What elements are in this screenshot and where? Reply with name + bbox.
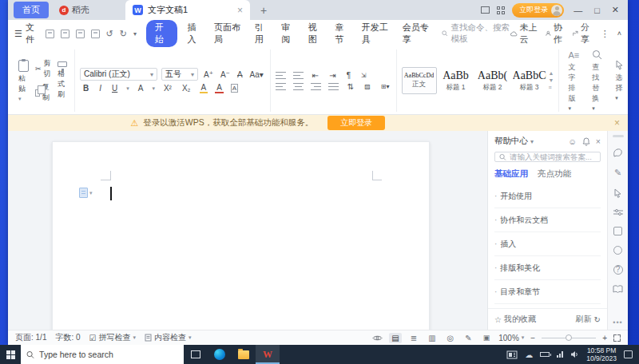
decrease-indent-icon[interactable]: ⇤ — [311, 71, 320, 80]
close-button[interactable]: ✕ — [609, 5, 621, 15]
zoom-level-button[interactable]: 100% ▾ — [498, 334, 524, 342]
notification-close-icon[interactable]: × — [614, 117, 620, 129]
edit-mode-icon[interactable]: ✎ — [462, 333, 474, 343]
menu-tab-insert[interactable]: 插入 — [181, 20, 207, 47]
italic-icon[interactable]: I — [97, 84, 103, 93]
cut-button[interactable]: ✂ 剪切 — [35, 58, 51, 79]
font-color-icon[interactable]: A — [215, 83, 224, 93]
page-view-icon[interactable]: ▤ — [389, 333, 401, 343]
align-justify-icon[interactable] — [328, 83, 339, 90]
battery-icon[interactable] — [540, 352, 550, 357]
increase-indent-icon[interactable]: ⇥ — [327, 71, 337, 80]
paragraph-layout-icon[interactable]: ¶ — [345, 71, 352, 80]
eye-protect-icon[interactable] — [372, 334, 383, 342]
text-layout-button[interactable]: A≡ 文字排版 ▾ — [566, 50, 581, 112]
menu-tab-page-layout[interactable]: 页面布局 — [208, 20, 248, 47]
print-preview-icon[interactable] — [91, 30, 100, 38]
onedrive-cloud-icon[interactable]: ☁ — [525, 350, 533, 359]
styles-scroll-down-icon[interactable]: ▼ — [549, 78, 554, 83]
menu-tab-review[interactable]: 审阅 — [275, 20, 301, 47]
text-effects-icon[interactable]: Aa▾ — [248, 70, 265, 79]
file-explorer-button[interactable] — [232, 345, 256, 364]
number-list-icon[interactable] — [293, 72, 304, 79]
strike-icon[interactable]: A — [137, 84, 145, 93]
quickbar-dropdown-icon[interactable]: ▾ — [133, 30, 137, 38]
assistant-icon[interactable] — [613, 148, 623, 157]
show-marks-icon[interactable]: ⇲ — [359, 72, 368, 79]
task-view-button[interactable] — [184, 345, 208, 364]
help-item[interactable]: ·开始使用 — [494, 184, 601, 208]
find-replace-button[interactable]: 查找替换 ▾ — [589, 49, 605, 112]
action-center-icon[interactable] — [624, 350, 633, 358]
help-close-icon[interactable]: × — [596, 136, 601, 146]
word-count[interactable]: 字数: 0 — [55, 332, 80, 343]
taskbar-search-input[interactable] — [39, 350, 178, 359]
font-size-select[interactable]: 五号▾ — [161, 68, 198, 81]
taskbar-clock[interactable]: 10:58 PM 10/9/2023 — [586, 346, 617, 362]
format-painter-button[interactable]: 格式刷 — [55, 61, 69, 100]
zoom-slider-knob[interactable] — [566, 334, 572, 341]
menu-tab-references[interactable]: 引用 — [248, 20, 275, 47]
zoom-slider[interactable] — [542, 338, 596, 338]
read-view-icon[interactable]: ▥ — [426, 333, 438, 343]
feedback-smiley-icon[interactable]: ☺ — [568, 136, 577, 146]
zoom-out-icon[interactable]: − — [530, 334, 535, 342]
export-pdf-icon[interactable] — [61, 30, 69, 38]
copy-button[interactable]: 复制 — [35, 82, 51, 103]
contact-icon[interactable] — [613, 246, 622, 255]
paste-button[interactable]: 粘贴 ▾ — [16, 60, 31, 102]
login-button[interactable]: 立即登录 — [512, 3, 564, 18]
card-icon[interactable] — [613, 227, 622, 235]
help-tab-basic[interactable]: 基础应用 — [494, 168, 528, 180]
spell-check-button[interactable]: ☑ 拼写检查 ▾ — [89, 332, 136, 343]
help-search-input[interactable] — [510, 152, 596, 161]
adjust-sliders-icon[interactable] — [613, 208, 623, 216]
fit-page-icon[interactable]: ▣ — [481, 333, 493, 342]
select-button[interactable]: 选择 ▾ — [613, 60, 626, 101]
help-search-box[interactable] — [494, 152, 601, 162]
speaker-icon[interactable] — [570, 350, 579, 358]
doc-assistant-button[interactable]: ▾ — [79, 188, 93, 198]
borders-icon[interactable]: ⊞▾ — [379, 83, 391, 90]
superscript-icon[interactable]: X² — [162, 84, 173, 93]
taskbar-search[interactable] — [21, 345, 184, 364]
tab-close-icon[interactable]: × — [237, 5, 243, 16]
minimize-button[interactable]: — — [571, 6, 585, 15]
bell-icon[interactable] — [582, 137, 590, 146]
tab-docer[interactable]: d 稻壳 — [49, 0, 100, 20]
my-favorites-link[interactable]: 我的收藏 — [504, 314, 536, 325]
cloud-sync-button[interactable]: 未上云 — [510, 22, 538, 46]
underline-icon[interactable]: U — [110, 84, 119, 93]
select-tool-icon[interactable] — [613, 188, 622, 198]
char-border-icon[interactable]: A — [231, 84, 238, 93]
style-heading3[interactable]: AaBbC( 标题 3 — [512, 67, 547, 94]
style-normal[interactable]: AaBbCcDd 正文 — [402, 67, 437, 94]
file-menu[interactable]: ☰ 文件 — [14, 22, 38, 46]
more-menu-icon[interactable]: ⋮ — [601, 29, 609, 39]
save-icon[interactable] — [46, 30, 54, 38]
notification-login-button[interactable]: 立即登录 — [327, 116, 385, 130]
subscript-icon[interactable]: X₂ — [181, 84, 192, 93]
bullet-list-icon[interactable] — [276, 72, 286, 79]
fullscreen-icon[interactable] — [613, 334, 621, 342]
help-item[interactable]: ·插入 — [494, 232, 601, 256]
maximize-button[interactable]: □ — [592, 6, 602, 15]
align-center-icon[interactable] — [293, 83, 304, 90]
menu-tab-view[interactable]: 视图 — [302, 20, 328, 47]
layout-restore-icon[interactable] — [481, 6, 490, 14]
collapse-ribbon-icon[interactable]: ˄ — [617, 30, 621, 38]
share-button[interactable]: 分享 — [573, 22, 592, 46]
style-heading1[interactable]: AaBb 标题 1 — [439, 67, 474, 94]
refresh-link[interactable]: 刷新 ↻ — [576, 314, 601, 325]
clear-format-icon[interactable]: A — [236, 70, 244, 79]
style-heading2[interactable]: AaBb( 标题 2 — [475, 67, 510, 94]
outline-view-icon[interactable]: ≣ — [408, 333, 419, 343]
network-icon[interactable] — [557, 351, 563, 358]
zoom-in-icon[interactable]: + — [602, 334, 607, 342]
new-tab-button[interactable]: + — [256, 4, 271, 17]
document-page[interactable]: ▾ — [52, 141, 430, 330]
help-item[interactable]: ·协作和云文档 — [494, 208, 601, 232]
app-grid-icon[interactable] — [497, 6, 505, 14]
signature-icon[interactable]: ✎ — [614, 168, 621, 178]
menu-tab-home[interactable]: 开始 — [146, 20, 177, 47]
